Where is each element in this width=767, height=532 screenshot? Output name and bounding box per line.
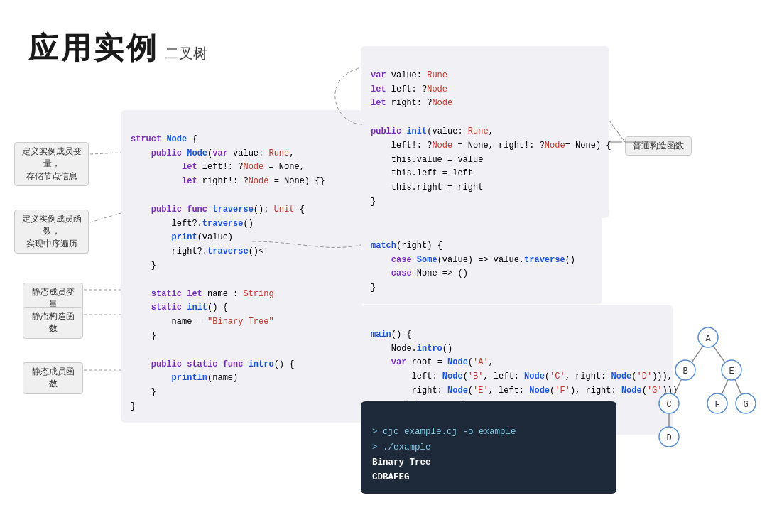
title-main: 应用实例: [28, 28, 159, 68]
label-static-constructor: 静态构造函数: [23, 307, 83, 339]
label-member-var: 定义实例成员变量，存储节点信息: [14, 142, 89, 186]
title-sub: 二叉树: [165, 44, 207, 63]
svg-text:B: B: [682, 367, 687, 376]
right-mid-code-block: match(right) { case Some(value) => value…: [361, 217, 602, 304]
right-top-code-block: var value: Rune let left: ?Node let righ…: [361, 46, 609, 218]
svg-text:C: C: [666, 400, 671, 410]
label-static-func: 静态成员函数: [23, 362, 83, 394]
svg-line-21: [90, 213, 121, 222]
tree-diagram: A B E C F G D: [653, 323, 763, 465]
svg-text:G: G: [743, 400, 748, 410]
svg-text:D: D: [666, 433, 671, 443]
svg-text:E: E: [729, 367, 734, 376]
label-normal-constructor: 普通构造函数: [625, 136, 692, 156]
label-member-func: 定义实例成员函数，实现中序遍历: [14, 210, 89, 254]
terminal-block: > cjc example.cj -o example > ./example …: [361, 401, 616, 494]
page-title: 应用实例 二叉树: [28, 28, 207, 68]
svg-line-25: [609, 121, 625, 142]
svg-text:A: A: [705, 334, 711, 344]
svg-line-20: [90, 153, 121, 154]
svg-text:F: F: [714, 400, 719, 410]
left-code-block: struct Node { public Node(var value: Run…: [121, 110, 362, 423]
